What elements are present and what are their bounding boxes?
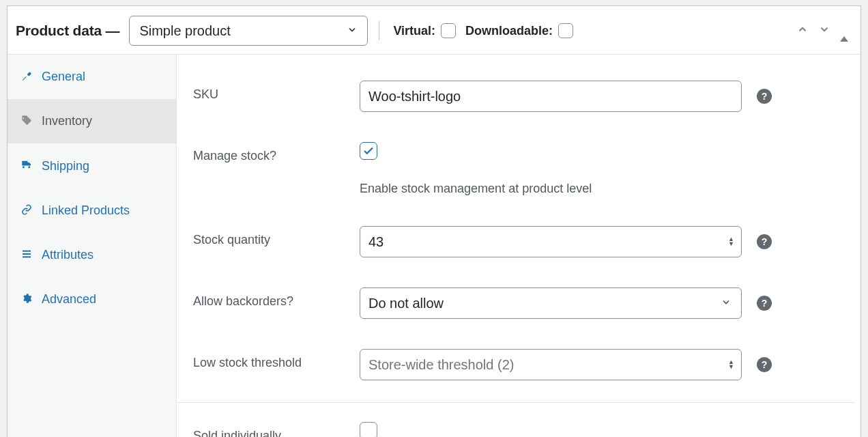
backorders-value: Do not allow bbox=[368, 296, 444, 311]
manage-stock-description: Enable stock management at product level bbox=[360, 182, 592, 196]
svg-rect-0 bbox=[23, 250, 31, 251]
downloadable-checkbox[interactable] bbox=[558, 23, 573, 38]
sidebar-item-label: Shipping bbox=[42, 159, 89, 173]
help-icon[interactable]: ? bbox=[757, 234, 772, 249]
downloadable-toggle[interactable]: Downloadable: bbox=[465, 23, 573, 38]
sold-individually-label: Sold individually bbox=[193, 422, 353, 437]
stock-qty-input[interactable]: 43 ▲▼ bbox=[360, 226, 742, 257]
spinner-icon[interactable]: ▲▼ bbox=[728, 237, 734, 246]
low-stock-row: Low stock threshold Store-wide threshold… bbox=[193, 337, 839, 398]
link-icon bbox=[20, 204, 33, 218]
truck-icon bbox=[20, 158, 33, 173]
virtual-label: Virtual: bbox=[393, 24, 435, 38]
gear-icon bbox=[20, 293, 33, 307]
sku-label: SKU bbox=[193, 81, 353, 102]
stock-qty-label: Stock quantity bbox=[193, 226, 353, 247]
move-down-icon[interactable] bbox=[818, 23, 830, 38]
help-icon[interactable]: ? bbox=[757, 89, 772, 104]
low-stock-placeholder: Store-wide threshold (2) bbox=[368, 357, 514, 373]
help-icon[interactable]: ? bbox=[757, 296, 772, 311]
tag-icon bbox=[20, 115, 33, 128]
sidebar-item-shipping[interactable]: Shipping bbox=[8, 143, 176, 188]
sidebar-item-advanced[interactable]: Advanced bbox=[8, 277, 176, 322]
move-up-icon[interactable] bbox=[796, 23, 809, 38]
sold-individually-checkbox[interactable] bbox=[360, 422, 377, 437]
sidebar-item-label: General bbox=[42, 70, 85, 84]
svg-rect-1 bbox=[23, 253, 31, 255]
low-stock-input[interactable]: Store-wide threshold (2) ▲▼ bbox=[360, 349, 742, 380]
sold-individually-row: Sold individually Enable this to only al… bbox=[193, 403, 839, 437]
list-icon bbox=[20, 249, 33, 262]
sidebar-item-linked-products[interactable]: Linked Products bbox=[8, 188, 176, 233]
help-icon[interactable]: ? bbox=[757, 357, 772, 372]
panel-title: Product data — bbox=[16, 23, 119, 39]
stock-qty-row: Stock quantity 43 ▲▼ ? bbox=[193, 214, 839, 275]
inventory-form: SKU ? Manage stock? Enable stock managem… bbox=[177, 55, 860, 437]
divider bbox=[379, 21, 379, 40]
sidebar-item-attributes[interactable]: Attributes bbox=[8, 233, 176, 277]
virtual-checkbox[interactable] bbox=[441, 23, 456, 38]
sidebar-item-general[interactable]: General bbox=[8, 55, 176, 99]
manage-stock-checkbox[interactable] bbox=[360, 142, 377, 160]
chevron-down-icon bbox=[721, 296, 732, 311]
sidebar-item-label: Linked Products bbox=[42, 203, 130, 218]
sidebar: General Inventory Shipping Linked Produc… bbox=[8, 55, 177, 437]
backorders-select[interactable]: Do not allow bbox=[360, 287, 742, 319]
backorders-label: Allow backorders? bbox=[193, 287, 353, 309]
sku-row: SKU ? bbox=[193, 68, 839, 130]
low-stock-label: Low stock threshold bbox=[193, 349, 353, 370]
product-type-value: Simple product bbox=[139, 23, 230, 39]
panel-body: General Inventory Shipping Linked Produc… bbox=[8, 55, 860, 437]
manage-stock-row: Manage stock? Enable stock management at… bbox=[193, 130, 839, 214]
chevron-down-icon bbox=[347, 23, 358, 39]
virtual-toggle[interactable]: Virtual: bbox=[393, 23, 456, 38]
panel-header: Product data — Simple product Virtual: D… bbox=[8, 6, 860, 55]
product-data-metabox: Product data — Simple product Virtual: D… bbox=[7, 5, 861, 437]
panel-tools bbox=[796, 23, 848, 38]
downloadable-label: Downloadable: bbox=[465, 24, 553, 38]
sku-input[interactable] bbox=[360, 81, 742, 112]
spinner-icon[interactable]: ▲▼ bbox=[728, 360, 734, 369]
svg-rect-2 bbox=[23, 256, 31, 257]
sidebar-item-label: Inventory bbox=[42, 114, 92, 128]
sidebar-item-label: Advanced bbox=[42, 292, 96, 307]
sidebar-item-inventory[interactable]: Inventory bbox=[8, 99, 176, 143]
sidebar-item-label: Attributes bbox=[42, 248, 93, 262]
collapse-toggle-icon[interactable] bbox=[840, 25, 848, 37]
stock-qty-value: 43 bbox=[368, 234, 384, 250]
manage-stock-label: Manage stock? bbox=[193, 142, 353, 163]
backorders-row: Allow backorders? Do not allow ? bbox=[193, 275, 839, 337]
product-type-select[interactable]: Simple product bbox=[129, 16, 368, 46]
wrench-icon bbox=[20, 70, 33, 84]
